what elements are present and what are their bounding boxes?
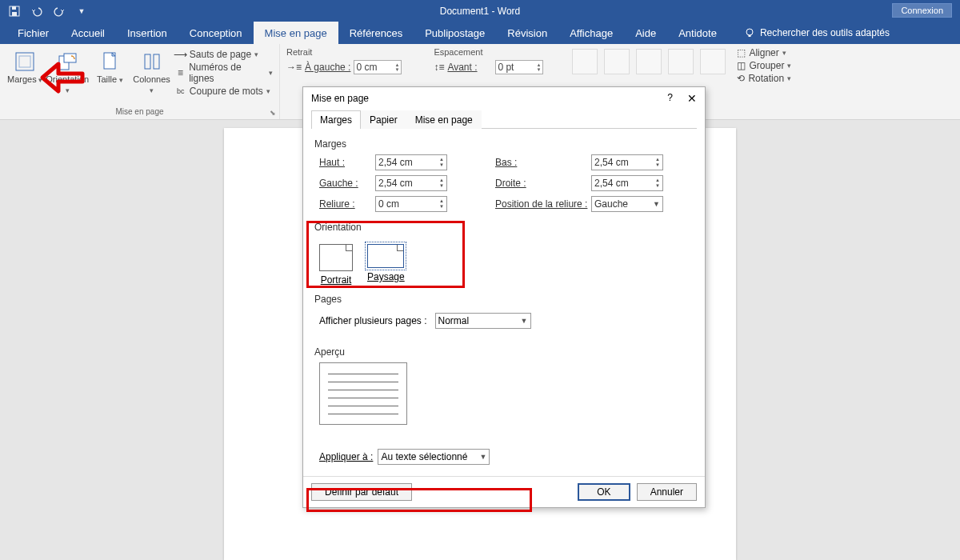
tab-antidote[interactable]: Antidote bbox=[667, 22, 728, 44]
appliquer-select[interactable]: Au texte sélectionné▼ bbox=[378, 449, 490, 465]
sauts-de-page-button[interactable]: ⟶Sauts de page bbox=[175, 49, 273, 60]
haut-label: Haut : bbox=[319, 157, 375, 168]
section-orientation: Orientation bbox=[314, 222, 694, 233]
group-label-page-setup: Mise en page bbox=[6, 107, 273, 118]
hyphenation-icon: bc bbox=[175, 86, 186, 97]
space-before-label: Avant : bbox=[447, 62, 492, 73]
reliure-label: Reliure : bbox=[319, 198, 375, 210]
group-icon: ◫ bbox=[737, 60, 746, 71]
retrait-heading: Retrait bbox=[286, 47, 402, 57]
wrap-text-icon[interactable] bbox=[604, 49, 630, 74]
dialog-title: Mise en page bbox=[311, 93, 369, 104]
tab-revision[interactable]: Révision bbox=[496, 22, 558, 44]
margins-icon bbox=[14, 50, 36, 73]
dialog-tab-mise-en-page[interactable]: Mise en page bbox=[406, 110, 482, 129]
align-icon: ⬚ bbox=[737, 47, 746, 58]
svg-rect-4 bbox=[748, 35, 750, 37]
section-marges: Marges bbox=[314, 138, 694, 150]
selection-pane-icon[interactable] bbox=[700, 49, 726, 74]
send-backward-icon[interactable] bbox=[668, 49, 694, 74]
indent-left-icon: →≡ bbox=[286, 62, 302, 73]
reliure-input[interactable]: 0 cm▲▼ bbox=[375, 196, 447, 212]
orientation-portrait-option[interactable]: Portrait bbox=[319, 244, 353, 286]
afficher-pages-select[interactable]: Normal▼ bbox=[435, 313, 531, 329]
svg-rect-2 bbox=[12, 6, 16, 10]
tab-insertion[interactable]: Insertion bbox=[116, 22, 178, 44]
coupure-mots-button[interactable]: bcCoupure de mots bbox=[175, 86, 273, 97]
annotation-arrow-icon bbox=[38, 58, 86, 98]
position-icon[interactable] bbox=[572, 49, 598, 74]
dialog-help-icon[interactable]: ? bbox=[667, 92, 673, 105]
space-before-input[interactable]: 0 pt▲▼ bbox=[495, 60, 543, 74]
ribbon-tabs: Fichier Accueil Insertion Conception Mis… bbox=[0, 22, 960, 44]
tab-accueil[interactable]: Accueil bbox=[60, 22, 116, 44]
tab-references[interactable]: Références bbox=[338, 22, 414, 44]
definir-defaut-button[interactable]: Définir par défaut bbox=[311, 483, 412, 501]
section-apercu: Aperçu bbox=[314, 346, 694, 358]
section-pages: Pages bbox=[314, 294, 694, 305]
afficher-pages-label: Afficher plusieurs pages : bbox=[319, 315, 427, 326]
espacement-heading: Espacement bbox=[434, 47, 543, 57]
tab-mise-en-page[interactable]: Mise en page bbox=[254, 22, 338, 44]
aligner-button[interactable]: ⬚Aligner bbox=[737, 47, 791, 58]
ok-button[interactable]: OK bbox=[578, 483, 630, 501]
orientation-paysage-option[interactable]: Paysage bbox=[367, 244, 405, 286]
rotation-button[interactable]: ⟲Rotation bbox=[737, 73, 791, 84]
tab-affichage[interactable]: Affichage bbox=[558, 22, 624, 44]
columns-icon bbox=[141, 50, 163, 73]
rotate-icon: ⟲ bbox=[737, 73, 745, 84]
login-button[interactable]: Connexion bbox=[892, 3, 952, 18]
landscape-icon bbox=[367, 244, 404, 268]
haut-input[interactable]: 2,54 cm▲▼ bbox=[375, 154, 447, 170]
svg-rect-11 bbox=[154, 54, 159, 69]
svg-rect-5 bbox=[16, 53, 34, 70]
page-setup-dialog: Mise en page ? ✕ Marges Papier Mise en p… bbox=[302, 86, 706, 508]
grouper-button[interactable]: ◫Grouper bbox=[737, 60, 791, 71]
save-icon[interactable] bbox=[8, 5, 21, 18]
colonnes-button[interactable]: Colonnes bbox=[133, 47, 170, 95]
droite-label: Droite : bbox=[495, 178, 591, 189]
qat-customize-icon[interactable]: ▼ bbox=[75, 5, 88, 18]
line-numbers-icon: ≡ bbox=[175, 67, 186, 78]
space-before-icon: ↕≡ bbox=[434, 62, 444, 73]
indent-left-input[interactable]: 0 cm▲▼ bbox=[354, 60, 402, 74]
redo-icon[interactable] bbox=[53, 5, 66, 18]
title-bar: ▼ Document1 - Word Connexion bbox=[0, 0, 960, 22]
appliquer-label: Appliquer à : bbox=[319, 451, 373, 462]
svg-point-3 bbox=[746, 29, 753, 35]
undo-icon[interactable] bbox=[30, 5, 43, 18]
size-icon bbox=[98, 50, 121, 73]
svg-rect-6 bbox=[19, 56, 30, 67]
portrait-icon bbox=[319, 244, 353, 271]
numeros-lignes-button[interactable]: ≡Numéros de lignes bbox=[175, 62, 273, 84]
page-setup-launcher-icon[interactable]: ⬊ bbox=[270, 109, 276, 117]
dialog-tab-marges[interactable]: Marges bbox=[311, 110, 361, 129]
pos-reliure-label: Position de la reliure : bbox=[495, 198, 591, 210]
tab-aide[interactable]: Aide bbox=[624, 22, 667, 44]
arrange-commands: ⬚Aligner ◫Grouper ⟲Rotation bbox=[732, 44, 796, 119]
svg-rect-10 bbox=[145, 54, 150, 69]
svg-rect-1 bbox=[12, 12, 17, 16]
preview-thumbnail bbox=[319, 362, 407, 425]
dialog-close-icon[interactable]: ✕ bbox=[687, 92, 697, 105]
window-title: Document1 - Word bbox=[440, 6, 520, 17]
bas-label: Bas : bbox=[495, 157, 591, 168]
gauche-label: Gauche : bbox=[319, 178, 375, 189]
breaks-icon: ⟶ bbox=[175, 49, 186, 60]
bas-input[interactable]: 2,54 cm▲▼ bbox=[591, 154, 663, 170]
tab-conception[interactable]: Conception bbox=[178, 22, 254, 44]
taille-button[interactable]: Taille bbox=[91, 47, 128, 85]
annuler-button[interactable]: Annuler bbox=[637, 483, 697, 501]
tell-me-search[interactable]: Rechercher des outils adaptés bbox=[744, 22, 890, 44]
dialog-tab-papier[interactable]: Papier bbox=[361, 110, 406, 129]
pos-reliure-select[interactable]: Gauche▼ bbox=[591, 196, 663, 212]
quick-access-toolbar: ▼ bbox=[0, 5, 88, 18]
tab-fichier[interactable]: Fichier bbox=[6, 22, 60, 44]
indent-left-label: À gauche : bbox=[305, 62, 350, 73]
tell-me-label: Rechercher des outils adaptés bbox=[760, 27, 890, 38]
bring-forward-icon[interactable] bbox=[636, 49, 662, 74]
tab-publipostage[interactable]: Publipostage bbox=[414, 22, 496, 44]
droite-input[interactable]: 2,54 cm▲▼ bbox=[591, 175, 663, 191]
gauche-input[interactable]: 2,54 cm▲▼ bbox=[375, 175, 447, 191]
lightbulb-icon bbox=[744, 27, 755, 38]
